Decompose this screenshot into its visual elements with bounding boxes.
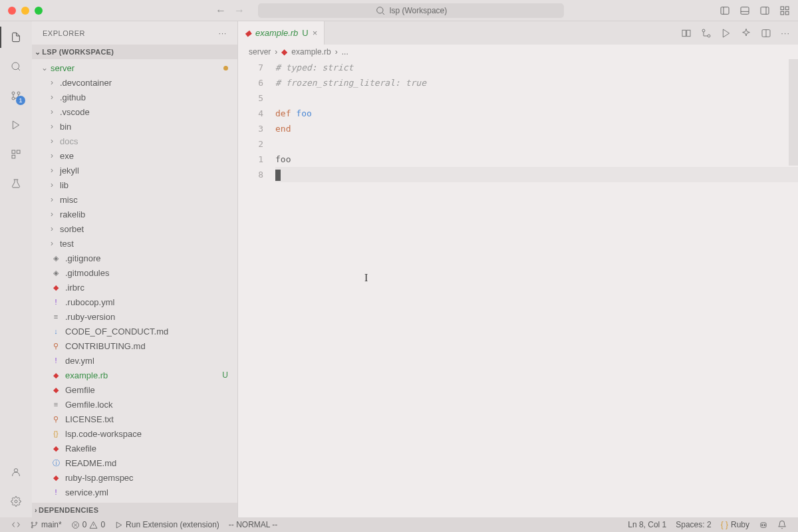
code-line[interactable] [275,136,798,152]
file-item[interactable]: ◆.irbrc [32,280,237,295]
breadcrumb[interactable]: server › ◆ example.rb › ... [238,45,798,59]
extensions-tab[interactable] [8,146,24,162]
folder-item[interactable]: ›.github [32,90,237,104]
minimap[interactable] [789,59,798,166]
warning-count: 0 [100,520,105,529]
minimize-window-button[interactable] [21,7,29,15]
nav-forward-button[interactable]: → [234,5,245,17]
tab-close-button[interactable]: × [313,28,318,38]
file-item[interactable]: !service.yml [32,485,237,499]
source-control-tab[interactable]: 1 [8,88,24,104]
folder-item[interactable]: ›.vscode [32,104,237,119]
file-item[interactable]: ◈.gitmodules [32,265,237,280]
breadcrumb-folder[interactable]: server [249,47,271,57]
customize-layout-icon[interactable] [779,5,790,16]
explorer-tab[interactable] [8,29,24,45]
code-line[interactable] [275,167,798,182]
svg-rect-19 [17,150,20,154]
editor-area: ◆ example.rb U × ··· server › ◆ example.… [238,21,798,517]
breadcrumb-file[interactable]: example.rb [291,47,331,57]
file-item[interactable]: ⚲LICENSE.txt [32,412,237,426]
svg-line-13 [18,68,20,70]
code-line[interactable]: def foo [275,106,798,121]
file-item[interactable]: ◆Rakefile [32,441,237,456]
file-label: README.md [65,458,116,468]
nav-back-button[interactable]: ← [215,5,226,17]
cursor-position-button[interactable]: Ln 8, Col 1 [623,520,671,529]
yaml-file-icon: ! [51,487,61,497]
close-window-button[interactable] [8,7,16,15]
file-item[interactable]: ◆ruby-lsp.gemspec [32,470,237,485]
file-item[interactable]: ◆example.rbU [32,368,237,382]
code-line[interactable]: # typed: strict [275,60,798,75]
compare-changes-icon[interactable] [681,28,692,39]
split-editor-icon[interactable] [761,28,771,39]
explorer-sidebar: EXPLORER ··· ⌄ LSP (WORKSPACE) ⌄server›.… [32,21,238,517]
folder-item[interactable]: ›lib [32,178,237,192]
file-item[interactable]: !dev.yml [32,353,237,368]
dependencies-section-header[interactable]: › DEPENDENCIES [32,503,237,517]
file-item[interactable]: ◆Gemfile [32,382,237,397]
file-label: ruby-lsp.gemspec [65,473,134,483]
maximize-window-button[interactable] [35,7,43,15]
layout-panel-icon[interactable] [739,5,750,16]
layout-sidebar-right-icon[interactable] [759,5,770,16]
code-line[interactable]: end [275,121,798,136]
copilot-button[interactable] [754,520,773,529]
code-line[interactable]: # frozen_string_literal: true [275,75,798,90]
command-center-search[interactable]: lsp (Workspace) [258,3,564,18]
branch-button[interactable]: main* [25,520,66,529]
indentation-button[interactable]: Spaces: 2 [671,520,716,529]
folder-item[interactable]: ›test [32,236,237,251]
file-item[interactable]: ≡Gemfile.lock [32,397,237,412]
folder-item[interactable]: ›sorbet [32,221,237,236]
testing-tab[interactable] [8,176,24,192]
code-line[interactable]: foo [275,152,798,167]
folder-item[interactable]: ›jekyll [32,163,237,178]
run-last-icon[interactable] [721,28,732,39]
language-mode-button[interactable]: { } Ruby [716,520,754,529]
folder-item[interactable]: ›bin [32,119,237,134]
text-file-icon: ≡ [51,399,61,410]
folder-item[interactable]: ›exe [32,148,237,163]
file-item[interactable]: ⓘREADME.md [32,456,237,470]
files-icon [11,32,21,43]
editor-content[interactable]: 76543218 # typed: strict# frozen_string_… [238,59,798,517]
breadcrumb-symbol[interactable]: ... [342,47,348,57]
tab-example-rb[interactable]: ◆ example.rb U × [238,21,325,45]
run-file-icon[interactable] [701,28,712,39]
notifications-button[interactable] [773,520,791,529]
run-debug-tab[interactable] [8,117,24,133]
explorer-more-button[interactable]: ··· [219,29,227,37]
layout-sidebar-left-icon[interactable] [720,5,730,16]
workspace-section-header[interactable]: ⌄ LSP (WORKSPACE) [32,45,237,59]
extensions-icon [11,149,21,160]
code-line[interactable] [275,90,798,106]
modified-indicator-icon [223,66,228,70]
file-item[interactable]: !.rubocop.yml [32,295,237,309]
file-item[interactable]: {}lsp.code-workspace [32,426,237,441]
branch-label: main* [41,520,62,529]
folder-item[interactable]: ›misc [32,192,237,207]
code-body[interactable]: # typed: strict# frozen_string_literal: … [275,59,798,517]
file-item[interactable]: ≡.ruby-version [32,309,237,324]
file-item[interactable]: ↓CODE_OF_CONDUCT.md [32,324,237,338]
settings-button[interactable] [8,493,24,509]
line-number: 8 [238,167,263,182]
remote-button[interactable] [7,520,25,529]
sparkle-icon[interactable] [741,28,751,39]
folder-item[interactable]: ›.devcontainer [32,75,237,90]
text-cursor-icon: I [364,270,368,285]
folder-item[interactable]: ›rakelib [32,207,237,221]
folder-item[interactable]: ›docs [32,134,237,148]
chevron-right-icon: › [51,224,60,233]
file-item[interactable]: ◈.gitignore [32,251,237,265]
accounts-button[interactable] [8,464,24,480]
file-item[interactable]: ⚲CONTRIBUTING.md [32,338,237,353]
folder-root[interactable]: ⌄server [32,61,237,75]
editor-more-button[interactable]: ··· [781,28,790,38]
debug-target-button[interactable]: Run Extension (extension) [110,520,224,529]
chevron-right-icon: › [51,136,60,146]
problems-button[interactable]: 0 0 [66,520,110,529]
search-tab[interactable] [8,59,24,74]
